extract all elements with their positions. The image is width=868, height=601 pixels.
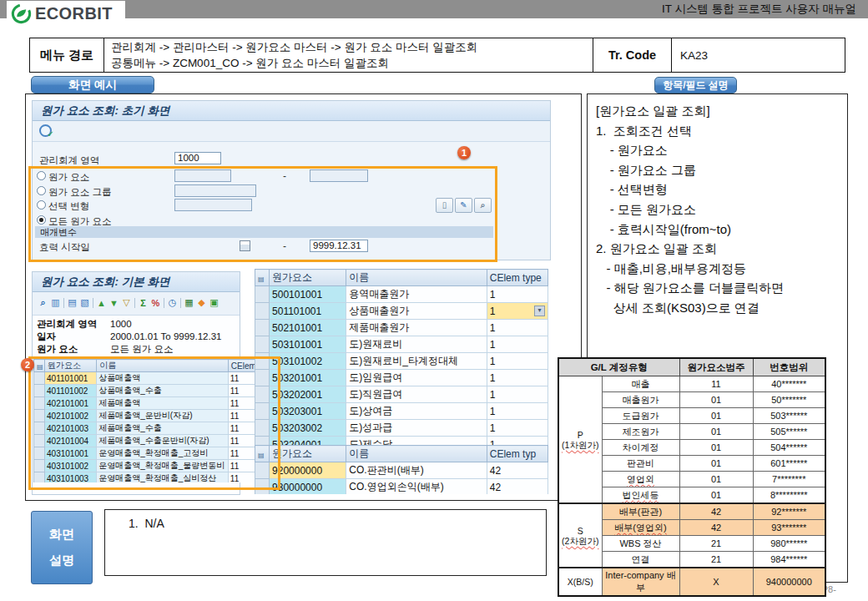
table-row[interactable]: 402101003제품매출액_수출11 <box>34 422 267 435</box>
row-selector[interactable] <box>34 460 45 472</box>
selection-variant-field[interactable] <box>174 199 252 211</box>
cost-element-name-cell[interactable]: 도)직원급여 <box>346 386 487 403</box>
field-description-button[interactable]: 항목/필드 설명 <box>654 77 737 93</box>
cost-element-code-cell[interactable]: 402101004 <box>45 435 97 447</box>
celem-type-cell[interactable]: 42 <box>487 462 548 479</box>
radio-cost-element[interactable] <box>37 171 46 180</box>
cost-element-name-cell[interactable]: CO.판관비(배부) <box>346 462 487 479</box>
table-row[interactable]: 403101002운영매출액_확정매출_물량변동비11 <box>34 460 267 472</box>
cost-element-code-cell[interactable]: 401101002 <box>45 385 97 397</box>
column-header[interactable]: 이름 <box>97 360 229 372</box>
cost-element-code-cell[interactable]: 503101001 <box>270 336 346 353</box>
table-row[interactable]: 930000000CO.영업외손익(배부)42 <box>255 479 548 495</box>
calendar-icon[interactable] <box>240 240 250 251</box>
row-selector[interactable] <box>255 479 270 495</box>
cost-element-code-cell[interactable]: 403101002 <box>45 460 97 472</box>
cost-element-name-cell[interactable]: 제품매출액_수출 <box>97 422 229 435</box>
row-selector[interactable] <box>255 286 270 303</box>
row-selector[interactable] <box>255 437 270 446</box>
cost-element-group-field[interactable] <box>174 184 256 197</box>
coarea-field[interactable]: 1000 <box>174 152 221 164</box>
cost-element-name-cell[interactable]: 도)원재료비_타계정대체 <box>346 353 487 370</box>
cost-element-name-cell[interactable]: 상품매출액_수출 <box>97 385 229 397</box>
cost-element-name-cell[interactable]: 제품매출액 <box>97 397 229 410</box>
cost-element-code-cell[interactable]: 920000000 <box>270 462 346 479</box>
cost-element-code-cell[interactable]: 501101001 <box>270 303 346 320</box>
row-selector[interactable] <box>255 370 270 386</box>
column-header[interactable]: 원가요소 <box>270 270 346 286</box>
valid-to-field[interactable]: 9999.12.31 <box>310 240 368 252</box>
row-selector[interactable] <box>34 422 45 435</box>
sum-icon[interactable]: Σ <box>137 298 149 308</box>
execute-icon[interactable]: ✓ <box>39 124 52 137</box>
column-header[interactable]: 이름 <box>346 446 487 462</box>
row-selector[interactable] <box>34 410 45 422</box>
row-selector[interactable] <box>34 372 45 385</box>
change-variant-icon[interactable]: ✎ <box>455 198 472 213</box>
cost-element-name-cell[interactable]: 도)제수당 <box>346 437 487 446</box>
sort-desc-icon[interactable]: ▼ <box>108 298 120 308</box>
detail-view-icon[interactable]: ▧ <box>78 297 91 308</box>
cost-element-code-cell[interactable]: 503201001 <box>270 370 346 386</box>
cost-element-name-cell[interactable]: 상품매출액 <box>97 372 229 385</box>
cost-element-code-cell[interactable]: 402101002 <box>45 410 97 422</box>
table-row[interactable]: 401101001상품매출액11 <box>34 372 267 385</box>
clock-icon[interactable]: ◷ <box>166 297 179 308</box>
column-header[interactable]: CElem type <box>487 270 548 286</box>
cost-element-name-cell[interactable]: CO.영업외손익(배부) <box>346 479 487 495</box>
row-selector[interactable] <box>255 303 270 320</box>
cost-element-name-cell[interactable]: 제품매출액_수출운반비(자감) <box>97 435 229 447</box>
select-all-icon[interactable]: ▤ <box>258 275 265 283</box>
percent-icon[interactable]: % <box>149 298 162 308</box>
row-selector[interactable] <box>34 435 45 447</box>
cost-element-code-cell[interactable]: 503203002 <box>270 420 346 437</box>
table-row[interactable]: 920000000CO.판관비(배부)42 <box>255 462 548 479</box>
celem-type-cell[interactable]: 1▾ <box>487 303 548 320</box>
table-row[interactable]: 503203001도)상여금1 <box>255 403 548 420</box>
celem-type-cell[interactable]: 42 <box>487 479 548 495</box>
table-row[interactable]: 402101002제품매출액_운반비(자감)11 <box>34 410 267 422</box>
cost-element-name-cell[interactable]: 도)성과급 <box>346 420 487 437</box>
row-selector[interactable] <box>255 353 270 370</box>
cost-element-code-cell[interactable]: 503203001 <box>270 403 346 420</box>
row-selector[interactable] <box>255 336 270 353</box>
celem-type-cell[interactable]: 1 <box>487 386 548 403</box>
matchcode-icon[interactable]: ▾ <box>534 306 545 316</box>
celem-type-cell[interactable]: 1 <box>487 336 548 353</box>
cost-element-code-cell[interactable]: 503101002 <box>270 353 346 370</box>
table-row[interactable]: 501101001상품매출원가1▾ <box>255 303 548 320</box>
cost-element-code-cell[interactable]: 503202001 <box>270 386 346 403</box>
display-variant-icon[interactable]: ⌕ <box>474 198 492 213</box>
cost-element-name-cell[interactable]: 운영매출액_확정매출_물량변동비 <box>97 460 229 472</box>
column-header[interactable]: CElem typ <box>487 446 548 462</box>
cost-element-name-cell[interactable]: 도)원재료비 <box>346 336 487 353</box>
cost-element-code-cell[interactable]: 403101003 <box>45 472 97 483</box>
export-icon[interactable]: ◆ <box>195 297 208 308</box>
cost-element-code-cell[interactable]: 401101001 <box>45 372 97 385</box>
row-selector[interactable] <box>255 420 270 437</box>
table-row[interactable]: 500101001용역매출원가1 <box>255 286 548 303</box>
column-header[interactable]: 원가요소 <box>45 360 97 372</box>
table-row[interactable]: 503101002도)원재료비_타계정대체1 <box>255 353 548 370</box>
column-header[interactable]: 이름 <box>346 270 487 286</box>
radio-cost-element-group[interactable] <box>37 186 46 195</box>
select-all-icon[interactable]: ▤ <box>258 452 265 459</box>
cost-element-code-cell[interactable]: 403101001 <box>45 447 97 460</box>
filter-icon[interactable]: ▽ <box>120 297 133 308</box>
row-selector[interactable] <box>255 403 270 420</box>
row-selector[interactable] <box>34 472 45 483</box>
cost-element-name-cell[interactable]: 용역매출원가 <box>346 286 487 303</box>
cost-element-name-cell[interactable]: 운영매출액_확정매출_고정비 <box>97 447 229 460</box>
create-variant-icon[interactable]: ▯ <box>436 198 453 213</box>
table-row[interactable]: 502101001제품매출원가1 <box>255 320 548 336</box>
excel-icon[interactable]: ▦ <box>183 297 195 308</box>
table-row[interactable]: 403101003운영매출액_확정매출_실비정산11 <box>34 472 267 483</box>
row-selector[interactable] <box>255 386 270 403</box>
cost-element-name-cell[interactable]: 제품매출원가 <box>346 320 487 336</box>
celem-type-cell[interactable]: 1 <box>487 437 548 446</box>
table-row[interactable]: 402101001제품매출액11 <box>34 397 267 410</box>
sort-asc-icon[interactable]: ▲ <box>95 298 108 308</box>
table-row[interactable]: 503101001도)원재료비1 <box>255 336 548 353</box>
cost-element-code-cell[interactable]: 502101001 <box>270 320 346 336</box>
cost-element-code-cell[interactable]: 402101003 <box>45 422 97 435</box>
